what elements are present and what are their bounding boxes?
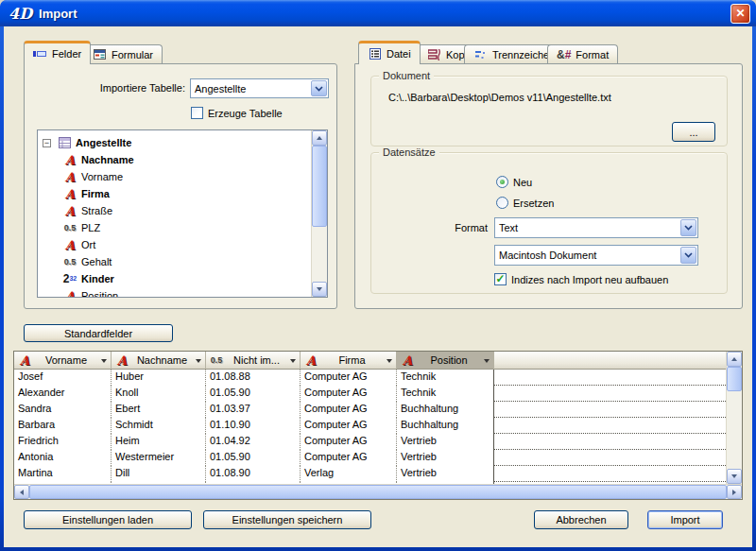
table-cell: Schmidt	[112, 418, 206, 434]
chevron-down-icon[interactable]	[680, 247, 696, 264]
tree-item-label: Vorname	[81, 171, 123, 182]
table-vscroll-thumb[interactable]	[727, 367, 742, 391]
table-cell: 01.08.88	[206, 370, 301, 386]
combo-selected-value: Angestellte	[191, 83, 310, 95]
tab-formular[interactable]: Formular	[83, 44, 163, 63]
arrow-up-icon	[731, 354, 737, 361]
table-cell: Technik	[397, 370, 494, 386]
radio-ersetzen[interactable]	[496, 197, 508, 209]
table-scroll-down-button[interactable]	[727, 469, 742, 484]
einstellungen-speichern-button[interactable]: Einstellungen speichern	[203, 510, 371, 529]
table-scroll-left-button[interactable]	[14, 485, 29, 499]
hash-glyph: #	[565, 48, 572, 61]
column-menu-arrow-icon[interactable]	[484, 359, 490, 366]
column-header-label: Firma	[319, 354, 385, 366]
tab-datei[interactable]: Datei	[358, 41, 421, 64]
column-header-firma[interactable]: AFirma	[301, 352, 397, 370]
tree-item-plz[interactable]: 0.5PLZ	[38, 219, 310, 236]
dokument-legend: Dokument	[379, 70, 434, 81]
radio-neu[interactable]	[496, 176, 508, 188]
tree-item-nachname[interactable]: ANachname	[38, 151, 310, 168]
table-cell: Vertrieb	[397, 434, 494, 450]
arrow-left-icon	[17, 490, 24, 495]
table-cell: Computer AG	[301, 386, 397, 402]
table-cell: Barbara	[14, 418, 112, 434]
tree-item-gehalt[interactable]: 0.5Gehalt	[38, 253, 310, 270]
chevron-down-icon[interactable]	[680, 219, 696, 236]
alpha-field-icon: A	[401, 353, 414, 368]
table-row[interactable]: MartinaDill01.08.90VerlagVertrieb	[14, 466, 726, 482]
table-cell: Computer AG	[301, 402, 397, 418]
table-row[interactable]: AntoniaWestermeier01.05.90Computer AGVer…	[14, 450, 726, 466]
column-menu-arrow-icon[interactable]	[387, 359, 392, 366]
column-header-position[interactable]: APosition	[397, 352, 494, 370]
table-horizontal-scrollbar[interactable]	[14, 484, 742, 499]
tab-format[interactable]: &# Format	[547, 44, 618, 63]
tree-item-kinder[interactable]: 232Kinder	[38, 270, 310, 287]
table-cell: Vertrieb	[397, 450, 494, 466]
column-menu-arrow-icon[interactable]	[101, 359, 107, 366]
tree-item-angestellte[interactable]: −Angestellte	[38, 134, 310, 151]
table-scroll-right-button[interactable]	[727, 485, 742, 499]
close-button[interactable]	[730, 4, 750, 24]
tree-item-label: Angestellte	[76, 137, 131, 148]
column-header-nichtim[interactable]: 0.5Nicht im...	[206, 352, 301, 370]
titlebar[interactable]: 4D Import	[0, 0, 756, 26]
erzeuge-tabelle-checkbox-row[interactable]: Erzeuge Tabelle	[191, 107, 283, 119]
chevron-down-icon[interactable]	[311, 80, 327, 96]
real-field-icon: 0.5	[62, 257, 77, 267]
table-hscroll-thumb[interactable]	[29, 485, 727, 499]
tree-item-vorname[interactable]: AVorname	[38, 168, 310, 185]
preview-table-body: JosefHuber01.08.88Computer AGTechnikAlex…	[14, 370, 726, 484]
rebuild-indexes-checkbox-row[interactable]: Indizes nach Import neu aufbauen	[494, 273, 668, 285]
erzeuge-tabelle-checkbox[interactable]	[191, 107, 203, 119]
table-cell: 01.03.97	[206, 402, 301, 418]
import-button[interactable]: Import	[647, 510, 723, 529]
einstellungen-laden-button[interactable]: Einstellungen laden	[24, 510, 192, 529]
tree-item-ort[interactable]: AOrt	[38, 236, 310, 253]
tree-collapse-minus-icon[interactable]: −	[43, 139, 51, 147]
checkbox-label: Indizes nach Import neu aufbauen	[511, 274, 668, 285]
table-vertical-scrollbar[interactable]	[726, 352, 742, 484]
column-header-vorname[interactable]: AVorname	[14, 352, 112, 370]
tree-scroll-up-button[interactable]	[312, 130, 327, 146]
table-row[interactable]: AlexanderKnoll01.05.90Computer AGTechnik	[14, 386, 726, 402]
tree-item-firma[interactable]: AFirma	[38, 185, 310, 202]
tree-item-strae[interactable]: AStraße	[38, 202, 310, 219]
column-header-label: Position	[416, 354, 482, 366]
checkbox-label: Erzeuge Tabelle	[208, 108, 283, 119]
table-cell: 01.10.90	[206, 418, 301, 434]
combo-selected-value: Text	[495, 222, 679, 233]
format-select[interactable]: Text	[494, 217, 698, 238]
tree-scrollbar[interactable]	[311, 130, 327, 297]
radio-neu-row[interactable]: Neu	[496, 176, 532, 188]
alpha-field-icon: A	[62, 204, 77, 218]
integer-field-icon: 232	[62, 272, 77, 285]
table-row[interactable]: BarbaraSchmidt01.10.90Computer AGBuchhal…	[14, 418, 726, 434]
table-row[interactable]: SandraEbert01.03.97Computer AGBuchhaltun…	[14, 402, 726, 418]
table-row[interactable]: FriedrichHeim01.04.92Computer AGVertrieb	[14, 434, 726, 450]
radio-ersetzen-row[interactable]: Ersetzen	[496, 197, 554, 209]
column-header-nachname[interactable]: ANachname	[112, 352, 206, 370]
column-menu-arrow-icon[interactable]	[290, 359, 296, 366]
table-scroll-up-button[interactable]	[727, 352, 742, 367]
document-path: C:\..\Barbara\Desktop\Demos v11\Angestel…	[388, 92, 611, 103]
table-cell: Dill	[112, 466, 206, 482]
table-cell: Computer AG	[301, 450, 397, 466]
tab-felder[interactable]: Felder	[24, 41, 91, 64]
tree-scroll-thumb[interactable]	[312, 146, 327, 227]
column-menu-arrow-icon[interactable]	[196, 359, 201, 366]
rebuild-indexes-checkbox[interactable]	[494, 273, 507, 285]
importiere-tabelle-select[interactable]: Angestellte	[190, 78, 329, 98]
abbrechen-button[interactable]: Abbrechen	[534, 510, 628, 529]
table-row[interactable]: JosefHuber01.08.88Computer AGTechnik	[14, 370, 726, 386]
browse-button[interactable]: ...	[672, 122, 715, 142]
field-tree: −AngestellteANachnameAVornameAFirmaAStra…	[37, 129, 328, 298]
standardfelder-button[interactable]: Standardfelder	[24, 324, 173, 342]
tree-item-label: Position	[81, 290, 118, 297]
tree-item-position[interactable]: APosition	[38, 287, 310, 297]
tree-scroll-down-button[interactable]	[312, 282, 327, 297]
table-cell: Computer AG	[301, 370, 397, 386]
column-header-label: Nicht im...	[225, 354, 288, 366]
document-type-select[interactable]: Macintosh Dokument	[494, 245, 698, 266]
